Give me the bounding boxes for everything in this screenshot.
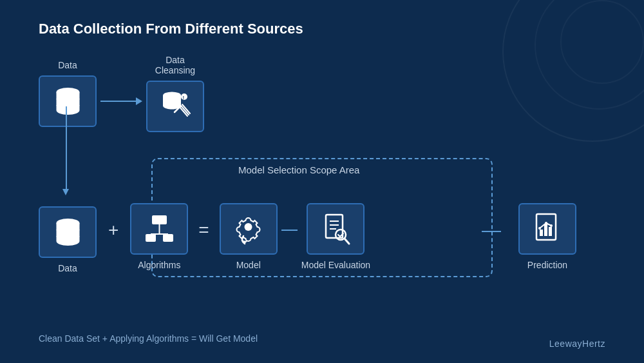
svg-rect-25 xyxy=(540,230,543,236)
cleansing-label: DataCleansing xyxy=(155,55,195,75)
deco-circle-3 xyxy=(560,0,644,84)
data-top-label: Data xyxy=(58,60,77,70)
svg-text:!: ! xyxy=(182,95,184,101)
svg-point-30 xyxy=(550,224,553,227)
data-bottom-icon-box xyxy=(39,206,97,258)
arrow-to-eval xyxy=(281,230,298,231)
cleansing-icon-box: ! xyxy=(146,81,204,132)
svg-point-28 xyxy=(538,227,541,230)
data-box-bottom: Data xyxy=(39,206,97,273)
data-top-icon-box xyxy=(39,75,97,127)
data-cleansing-box: DataCleansing ! xyxy=(146,55,204,132)
model-box: Model xyxy=(220,203,278,270)
equals-sign: = xyxy=(198,220,209,240)
model-icon xyxy=(231,211,266,247)
data-box-top: Data xyxy=(39,60,97,127)
svg-rect-26 xyxy=(544,224,547,236)
model-label: Model xyxy=(236,260,261,270)
algorithms-label: Algorithms xyxy=(138,260,180,270)
database-icon-bottom xyxy=(50,215,86,250)
arrow-line-eval xyxy=(281,230,298,231)
svg-rect-9 xyxy=(152,215,167,224)
prediction-icon xyxy=(530,211,565,247)
data-bottom-label: Data xyxy=(58,263,77,273)
model-eval-box: Model Evaluation xyxy=(301,203,370,270)
arrow-top xyxy=(100,97,142,105)
page-title: Data Collection From Different Sources xyxy=(39,21,303,37)
plus-sign: + xyxy=(108,220,118,240)
svg-rect-27 xyxy=(549,227,552,236)
algorithms-icon xyxy=(142,211,177,247)
scope-label: Model Selection Scope Area xyxy=(238,164,359,175)
svg-point-16 xyxy=(245,223,252,231)
model-eval-icon-box xyxy=(307,203,365,255)
model-icon-box xyxy=(220,203,278,255)
brand-label: LeewayHertz xyxy=(549,338,605,349)
bottom-row: Data + Algorithms = xyxy=(39,200,370,273)
arrowhead-right xyxy=(136,97,142,105)
database-cleansing-icon: ! xyxy=(158,89,193,124)
algorithms-icon-box xyxy=(130,203,188,255)
arrowhead-down xyxy=(62,189,69,195)
prediction-label: Prediction xyxy=(527,260,567,270)
database-icon-top xyxy=(50,84,86,119)
bottom-note: Clean Data Set + Applying Algorithms = W… xyxy=(39,333,258,344)
arrow-line-h xyxy=(100,101,136,102)
svg-rect-18 xyxy=(326,215,343,238)
connector-vertical xyxy=(66,106,67,190)
arrow-line-pred xyxy=(482,231,501,232)
svg-line-23 xyxy=(345,239,349,244)
arrow-line-top xyxy=(100,97,142,105)
svg-point-29 xyxy=(545,222,547,224)
top-row: Data DataCleansing xyxy=(39,55,204,132)
prediction-box: Prediction xyxy=(518,203,576,270)
algorithms-box: Algorithms xyxy=(130,203,188,270)
model-eval-icon xyxy=(318,211,354,247)
model-eval-label: Model Evaluation xyxy=(301,260,370,270)
arrow-to-prediction xyxy=(482,231,501,232)
prediction-icon-box xyxy=(518,203,576,255)
